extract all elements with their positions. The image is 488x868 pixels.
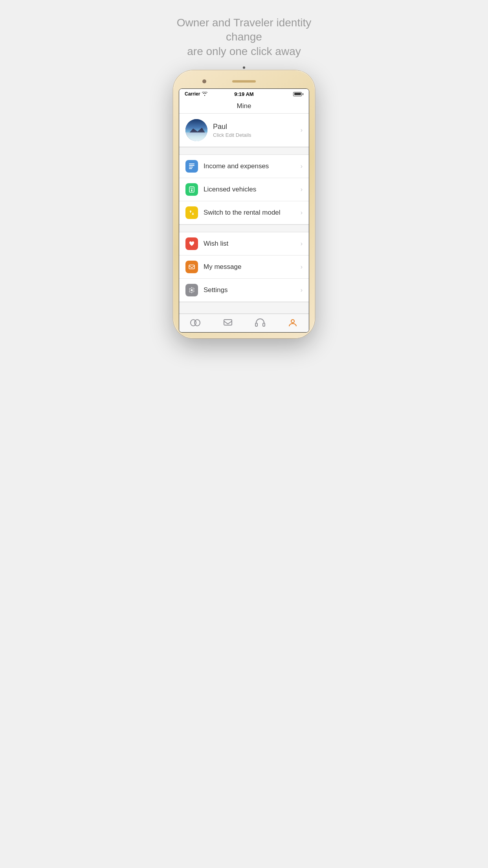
section-separator-3	[179, 302, 309, 314]
profile-subtitle: Click Edit Details	[213, 132, 301, 138]
wish-list-icon	[185, 237, 198, 250]
battery	[293, 92, 303, 96]
svg-point-11	[194, 320, 200, 326]
svg-rect-1	[189, 165, 194, 166]
wifi-icon	[202, 92, 207, 97]
settings-label: Settings	[204, 286, 301, 294]
section-separator-1	[179, 147, 309, 155]
svg-rect-0	[189, 164, 194, 164]
message-tab-icon	[223, 318, 233, 327]
licensed-vehicles-icon	[185, 183, 198, 196]
svg-point-6	[191, 189, 193, 191]
my-message-label: My message	[204, 263, 301, 271]
profile-name: Paul	[213, 123, 301, 131]
income-expenses-icon	[185, 160, 198, 173]
battery-fill	[294, 93, 301, 95]
tab-profile[interactable]	[277, 318, 309, 327]
svg-rect-3	[189, 168, 192, 169]
svg-rect-7	[191, 191, 193, 191]
svg-rect-2	[189, 167, 193, 167]
my-message-chevron: ›	[301, 263, 303, 270]
menu-item-rental-model[interactable]: Switch to the rental model ›	[179, 201, 309, 224]
menu-item-settings[interactable]: Settings ›	[179, 279, 309, 302]
settings-chevron: ›	[301, 287, 303, 294]
svg-rect-8	[189, 265, 194, 269]
status-left: Carrier	[185, 91, 207, 97]
licensed-vehicles-chevron: ›	[301, 186, 303, 193]
tab-headphones[interactable]	[244, 318, 277, 327]
avatar	[185, 119, 207, 141]
tab-loops[interactable]	[179, 318, 212, 327]
menu-item-my-message[interactable]: My message ›	[179, 256, 309, 279]
licensed-vehicles-label: Licensed vehicles	[204, 186, 301, 193]
battery-tip	[303, 93, 303, 95]
phone-frame: Carrier 9:19 AM	[173, 70, 315, 338]
wish-list-chevron: ›	[301, 240, 303, 247]
svg-rect-14	[263, 323, 265, 326]
nav-title: Mine	[179, 99, 309, 114]
settings-icon	[185, 284, 198, 296]
my-message-icon	[185, 261, 198, 273]
tab-bar	[179, 314, 309, 332]
profile-chevron: ›	[301, 127, 303, 134]
menu-item-income-expenses[interactable]: Income and expenses ›	[179, 155, 309, 178]
svg-point-15	[291, 320, 294, 323]
status-bar: Carrier 9:19 AM	[179, 89, 309, 99]
status-time: 9:19 AM	[234, 91, 253, 97]
rental-model-icon	[185, 206, 198, 219]
phone-top	[179, 76, 309, 87]
menu-item-licensed-vehicles[interactable]: Licensed vehicles ›	[179, 178, 309, 201]
income-expenses-label: Income and expenses	[204, 162, 301, 170]
svg-rect-13	[255, 323, 257, 326]
income-expenses-chevron: ›	[301, 163, 303, 170]
wish-list-label: Wish list	[204, 240, 301, 248]
battery-body	[293, 92, 302, 96]
avatar-snow	[185, 132, 207, 141]
profile-info: Paul Click Edit Details	[213, 123, 301, 138]
page-wrapper: Owner and Traveler identity change are o…	[163, 8, 325, 338]
menu-item-wish-list[interactable]: Wish list ›	[179, 232, 309, 256]
phone-camera	[202, 79, 206, 83]
loops-icon	[190, 318, 201, 327]
section-separator-2	[179, 224, 309, 232]
phone-speaker	[232, 80, 256, 83]
rental-model-chevron: ›	[301, 209, 303, 216]
profile-section[interactable]: Paul Click Edit Details ›	[179, 114, 309, 147]
svg-point-9	[191, 289, 193, 291]
headline: Owner and Traveler identity change are o…	[163, 8, 325, 59]
phone-dot	[243, 66, 245, 69]
screen: Carrier 9:19 AM	[179, 88, 309, 333]
rental-model-label: Switch to the rental model	[204, 209, 301, 217]
svg-rect-5	[191, 188, 193, 189]
profile-tab-icon	[288, 318, 297, 327]
headphones-icon	[255, 318, 265, 327]
carrier-label: Carrier	[185, 91, 200, 97]
tab-message[interactable]	[212, 318, 244, 327]
